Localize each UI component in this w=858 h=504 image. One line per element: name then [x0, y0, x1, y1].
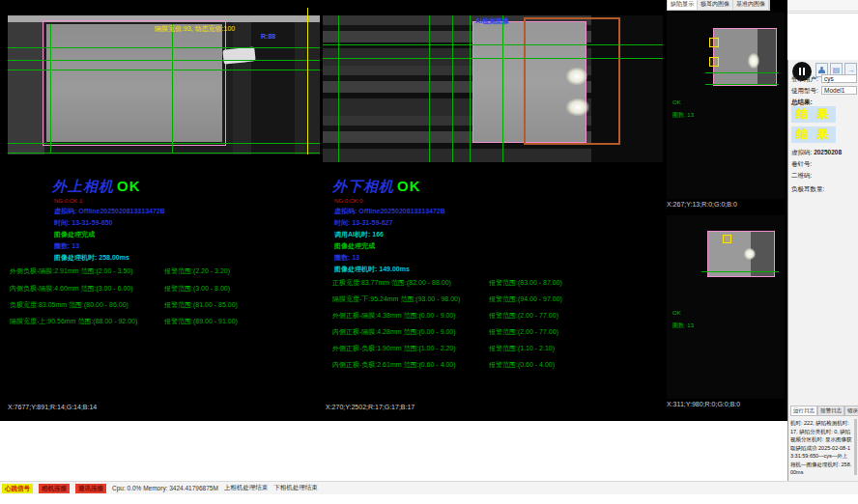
warning-range-text: 报警范围:(3.00 - 8.00) — [164, 284, 230, 294]
ng-ok-counter: NG:0;OK:0 — [334, 198, 362, 204]
process-done-line: 图像处理完成 — [54, 230, 95, 239]
turn-count-line: 圈数: 13 — [334, 253, 359, 263]
barcode-line: 虚拟码: Offline2025020813313472B — [334, 207, 445, 216]
app-window: CYS-视觉检测系统 系统配置 相机配置 通讯配置 IO卡配置▾ 光源控制配置▾… — [0, 0, 858, 504]
overlay-line — [8, 70, 320, 70]
overlay-line — [502, 15, 503, 162]
overlay-line — [705, 84, 779, 85]
tab-error-log[interactable]: 错误日志 — [844, 406, 858, 416]
preview-image — [713, 28, 777, 86]
ng-ok-counter: NG:0;OK:1 — [54, 198, 82, 204]
cpu-memory-readout: Cpu: 0.0% Memory: 3424.41796875M — [112, 485, 218, 491]
login-user-field[interactable]: cys — [821, 74, 857, 83]
measurement-text: 隔膜宽度-上:90.56mm 范围:(88.00 - 92.00) — [10, 318, 137, 324]
main-area: 隔膜宽值:93, 动态宽值:100 R:88 外上相机OK NG:0;OK:1 … — [0, 0, 787, 421]
turn-count-line: 圈数: 13 — [54, 241, 79, 251]
qr-code-label: 二维码: — [791, 172, 812, 181]
measurement-text: 负极宽度:83.05mm 范围:(80.00 - 86.00) — [10, 301, 129, 308]
camera-result-title: 外上相机OK — [52, 178, 141, 196]
tab-baseline-inner-image[interactable]: 基准内图像 — [733, 0, 769, 10]
warning-range-text: 报警范围:(94.00 - 97.00) — [489, 294, 562, 304]
preview-status-line: OK — [672, 99, 681, 105]
overlay-line — [50, 24, 51, 153]
log-text: 机时: 222, 缺陷检测机时: 17, 缺陷分类机时: 0, 缺陷视频分区机时… — [790, 419, 852, 477]
warning-range-text: 报警范围:(2.20 - 3.20) — [164, 266, 230, 276]
process-done-line: 图像处理完成 — [334, 241, 375, 251]
preview-view-1[interactable]: OK 圈数: 13 — [667, 13, 785, 199]
camera-connect-badge: 相机连接 — [39, 484, 70, 493]
logout-arrow-icon: → — [847, 66, 855, 74]
measurement-text: 隔膜宽度-下:95.24mm 范围:(93.00 - 98.00) — [332, 295, 460, 302]
glare-spot — [566, 68, 587, 85]
warning-range-text: 报警范围:(2.00 - 77.00) — [489, 311, 558, 321]
tab-tab-inner-image[interactable]: 极耳内图像 — [698, 0, 733, 10]
list-icon: ▤ — [833, 66, 841, 74]
glare-spot — [744, 248, 756, 260]
preview-status-line: 圈数: 13 — [672, 322, 694, 330]
upper-camera-status: 上相机处理结束 — [224, 484, 269, 492]
warning-range-text: 报警范围:(83.00 - 87.00) — [489, 278, 562, 288]
preview-tab-strip: 缺陷显示 极耳内图像 基准内图像 — [667, 0, 770, 11]
user-icon — [818, 67, 825, 73]
measurement-text: 外侧正极-隔膜:4.38mm 范围:(0.00 - 9.00) — [332, 312, 456, 319]
measurement-text: 内侧正极-隔膜:4.28mm 范围:(0.00 - 9.00) — [332, 328, 456, 335]
defect-marker — [709, 57, 719, 67]
measurement-text: 正极宽度:83.77mm 范围:(82.00 - 88.00) — [332, 279, 451, 286]
glare-spot — [748, 53, 759, 69]
status-ok-label: OK — [397, 178, 421, 194]
warning-range-text: 报警范围:(81.00 - 85.00) — [164, 300, 238, 310]
warning-range-text: 报警范围:(1.10 - 2.10) — [489, 344, 555, 353]
camera-view-lower[interactable]: AI检测图像 外下相机OK NG:0;OK:0 虚拟码: Offline2025… — [323, 8, 663, 417]
login-user-label: 登录用户: — [791, 75, 818, 84]
overlay-line — [470, 15, 471, 162]
tab-run-log[interactable]: 运行日志 — [790, 406, 817, 416]
defect-marker — [723, 235, 731, 243]
overlay-line — [8, 60, 320, 61]
needle-number-label: 卷针号: — [791, 160, 812, 169]
camera-view-upper[interactable]: 隔膜宽值:93, 动态宽值:100 R:88 外上相机OK NG:0;OK:1 … — [8, 8, 320, 417]
result-box-1: 结 果 — [791, 106, 836, 123]
pause-icon — [803, 68, 805, 75]
overlay-line — [8, 47, 320, 48]
process-time-line: 图像处理机时: 258.00ms — [54, 253, 129, 263]
pixel-coords-readout: X:7677;Y:891;R:14;G:14;B:14 — [8, 404, 97, 410]
model-label: 使用型号: — [791, 87, 818, 96]
pixel-coords-readout: X:311;Y:980;R:0;G:0;B:0 — [667, 401, 740, 407]
warning-range-text: 报警范围:(2.00 - 77.00) — [489, 327, 558, 337]
camera-name: 外下相机 — [332, 178, 394, 194]
overlay-line — [8, 153, 320, 154]
preview-status-line: OK — [672, 310, 681, 316]
defect-marker — [709, 38, 719, 47]
camera-result-title: 外下相机OK — [332, 178, 421, 196]
tab-alarm-log[interactable]: 报警日志 — [817, 406, 844, 416]
log-scrollbar[interactable] — [854, 419, 857, 475]
overlay-line — [452, 15, 453, 162]
tab-defect-display[interactable]: 缺陷显示 — [668, 0, 698, 10]
width-overlay-label: 隔膜宽值:93, 动态宽值:100 — [155, 24, 235, 34]
measurement-text: 外侧正极-负极:1.90mm 范围:(1.00 - 2.20) — [332, 345, 456, 351]
preview-image — [707, 231, 775, 277]
overlay-line — [429, 15, 430, 162]
cell-block-image — [46, 24, 222, 142]
pause-icon — [799, 68, 801, 75]
model-field[interactable]: Model1 — [821, 86, 857, 95]
overlay-line — [8, 143, 320, 144]
pixel-coords-readout: X:270;Y:2502;R:17;G:17;B:17 — [326, 404, 415, 410]
barcode-line: 虚拟码: Offline2025020813313472B — [54, 207, 165, 216]
measurement-text: 内侧正极-负极:2.61mm 范围:(0.60 - 4.00) — [332, 361, 456, 368]
log-tab-strip: 运行日志 报警日志 错误日志 — [790, 406, 858, 416]
r-value-label: R:88 — [261, 33, 275, 40]
process-time-line: 图像处理机时: 149.00ms — [334, 265, 410, 274]
virtual-code-row: 虚拟码: 20250208 — [791, 149, 842, 157]
warning-range-text: 报警范围:(89.00 - 91.00) — [164, 317, 238, 326]
virtual-code-value: 20250208 — [814, 149, 842, 155]
preview-view-2[interactable]: OK 圈数: 13 — [667, 215, 785, 399]
overlay-line — [323, 58, 663, 59]
lower-camera-status: 下相机处理结束 — [273, 484, 318, 492]
camera-image — [8, 22, 44, 154]
warning-range-text: 报警范围:(0.60 - 4.00) — [489, 360, 555, 370]
ai-time-line: 调用AI机时: 166 — [334, 230, 384, 239]
overlay-line — [172, 24, 173, 153]
glare-spot — [566, 98, 589, 116]
time-line: 时间: 13-31-59-650 — [54, 218, 112, 228]
